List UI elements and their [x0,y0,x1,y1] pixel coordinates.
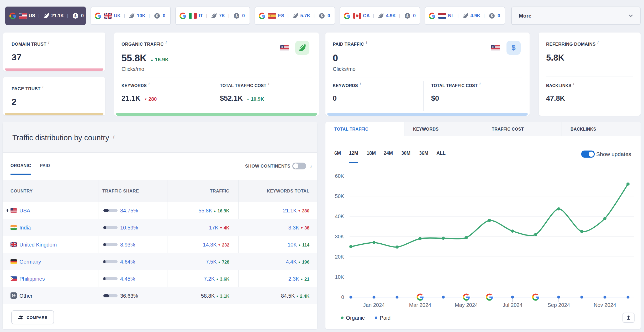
svg-text:0: 0 [341,294,344,300]
svg-text:Jul 2024: Jul 2024 [503,302,522,308]
svg-text:May 2024: May 2024 [455,302,478,308]
svg-text:$: $ [74,14,76,18]
svg-text:40K: 40K [335,213,344,219]
svg-text:Paid: Paid [380,315,390,321]
svg-text:30K: 30K [335,234,344,239]
svg-text:$: $ [156,14,158,18]
svg-text:10K: 10K [335,274,344,280]
svg-text:Jan 2024: Jan 2024 [363,302,385,308]
svg-text:Sep 2024: Sep 2024 [547,302,570,308]
svg-text:$: $ [406,14,408,18]
svg-text:$: $ [491,14,493,18]
svg-text:Mar 2024: Mar 2024 [409,302,431,308]
svg-text:$: $ [321,14,323,18]
svg-text:60K: 60K [335,173,344,179]
svg-text:Organic: Organic [346,315,365,321]
svg-text:$: $ [235,14,237,18]
svg-text:Nov 2024: Nov 2024 [594,302,616,308]
svg-text:20K: 20K [335,254,344,260]
svg-text:50K: 50K [335,193,344,199]
